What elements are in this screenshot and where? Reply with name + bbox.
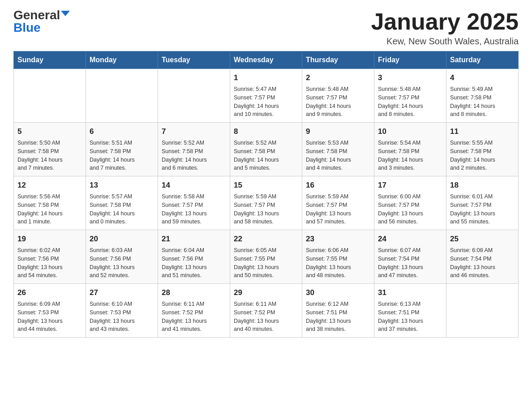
logo-blue: Blue [13, 21, 41, 34]
day-number-14: 14 [162, 180, 226, 191]
day-number-11: 11 [450, 126, 515, 137]
day-info-24: Sunrise: 6:07 AM Sunset: 7:54 PM Dayligh… [378, 247, 423, 279]
day-info-26: Sunrise: 6:09 AM Sunset: 7:53 PM Dayligh… [17, 301, 63, 333]
week-row-2: 5Sunrise: 5:50 AM Sunset: 7:58 PM Daylig… [14, 123, 519, 176]
day-info-17: Sunrise: 6:00 AM Sunset: 7:57 PM Dayligh… [378, 193, 423, 225]
day-cell-10: 10Sunrise: 5:54 AM Sunset: 7:58 PM Dayli… [374, 123, 446, 176]
empty-cell [14, 69, 86, 123]
day-number-2: 2 [306, 73, 370, 84]
day-info-16: Sunrise: 5:59 AM Sunset: 7:57 PM Dayligh… [306, 193, 351, 225]
week-row-1: 1Sunrise: 5:47 AM Sunset: 7:57 PM Daylig… [14, 69, 519, 123]
day-number-15: 15 [234, 180, 298, 191]
day-number-31: 31 [378, 287, 442, 299]
day-cell-21: 21Sunrise: 6:04 AM Sunset: 7:56 PM Dayli… [158, 230, 230, 284]
day-number-7: 7 [162, 126, 226, 137]
day-cell-23: 23Sunrise: 6:06 AM Sunset: 7:55 PM Dayli… [302, 230, 374, 284]
day-cell-15: 15Sunrise: 5:59 AM Sunset: 7:57 PM Dayli… [230, 176, 302, 230]
day-number-5: 5 [17, 126, 82, 137]
day-info-20: Sunrise: 6:03 AM Sunset: 7:56 PM Dayligh… [90, 247, 135, 279]
day-number-12: 12 [17, 180, 82, 191]
day-number-26: 26 [17, 287, 82, 299]
day-info-30: Sunrise: 6:12 AM Sunset: 7:51 PM Dayligh… [306, 301, 351, 333]
day-cell-29: 29Sunrise: 6:11 AM Sunset: 7:52 PM Dayli… [230, 284, 302, 338]
header-sunday: Sunday [14, 51, 86, 69]
day-cell-25: 25Sunrise: 6:08 AM Sunset: 7:54 PM Dayli… [446, 230, 519, 284]
day-number-24: 24 [378, 234, 442, 245]
day-info-8: Sunrise: 5:52 AM Sunset: 7:58 PM Dayligh… [234, 140, 279, 171]
day-info-29: Sunrise: 6:11 AM Sunset: 7:52 PM Dayligh… [234, 301, 279, 333]
day-info-25: Sunrise: 6:08 AM Sunset: 7:54 PM Dayligh… [450, 247, 495, 279]
week-row-3: 12Sunrise: 5:56 AM Sunset: 7:58 PM Dayli… [14, 176, 519, 230]
day-info-9: Sunrise: 5:53 AM Sunset: 7:58 PM Dayligh… [306, 140, 351, 171]
day-number-10: 10 [378, 126, 442, 137]
day-number-21: 21 [162, 234, 226, 245]
day-info-13: Sunrise: 5:57 AM Sunset: 7:58 PM Dayligh… [90, 193, 135, 225]
day-number-13: 13 [90, 180, 154, 191]
day-number-16: 16 [306, 180, 370, 191]
empty-cell [446, 284, 519, 338]
header-thursday: Thursday [302, 51, 374, 69]
location-title: Kew, New South Wales, Australia [371, 36, 519, 47]
day-cell-9: 9Sunrise: 5:53 AM Sunset: 7:58 PM Daylig… [302, 123, 374, 176]
day-info-10: Sunrise: 5:54 AM Sunset: 7:58 PM Dayligh… [378, 140, 423, 171]
header-wednesday: Wednesday [230, 51, 302, 69]
day-number-25: 25 [450, 234, 515, 245]
header-friday: Friday [374, 51, 446, 69]
day-number-18: 18 [450, 180, 515, 191]
day-cell-3: 3Sunrise: 5:48 AM Sunset: 7:57 PM Daylig… [374, 69, 446, 123]
day-info-5: Sunrise: 5:50 AM Sunset: 7:58 PM Dayligh… [17, 140, 63, 171]
day-info-15: Sunrise: 5:59 AM Sunset: 7:57 PM Dayligh… [234, 193, 279, 225]
day-number-22: 22 [234, 234, 298, 245]
day-cell-31: 31Sunrise: 6:13 AM Sunset: 7:51 PM Dayli… [374, 284, 446, 338]
day-info-3: Sunrise: 5:48 AM Sunset: 7:57 PM Dayligh… [378, 86, 423, 118]
day-info-19: Sunrise: 6:02 AM Sunset: 7:56 PM Dayligh… [17, 247, 63, 279]
day-number-1: 1 [234, 73, 298, 84]
day-cell-5: 5Sunrise: 5:50 AM Sunset: 7:58 PM Daylig… [14, 123, 86, 176]
day-info-14: Sunrise: 5:58 AM Sunset: 7:57 PM Dayligh… [162, 193, 207, 225]
day-cell-17: 17Sunrise: 6:00 AM Sunset: 7:57 PM Dayli… [374, 176, 446, 230]
day-cell-12: 12Sunrise: 5:56 AM Sunset: 7:58 PM Dayli… [14, 176, 86, 230]
week-row-4: 19Sunrise: 6:02 AM Sunset: 7:56 PM Dayli… [14, 230, 519, 284]
week-row-5: 26Sunrise: 6:09 AM Sunset: 7:53 PM Dayli… [14, 284, 519, 338]
day-info-11: Sunrise: 5:55 AM Sunset: 7:58 PM Dayligh… [450, 140, 495, 171]
day-info-27: Sunrise: 6:10 AM Sunset: 7:53 PM Dayligh… [90, 301, 135, 333]
day-info-7: Sunrise: 5:52 AM Sunset: 7:58 PM Dayligh… [162, 140, 207, 171]
day-cell-22: 22Sunrise: 6:05 AM Sunset: 7:55 PM Dayli… [230, 230, 302, 284]
logo-arrow-icon [61, 11, 70, 16]
title-block: January 2025 Kew, New South Wales, Austr… [371, 9, 519, 47]
day-cell-28: 28Sunrise: 6:11 AM Sunset: 7:52 PM Dayli… [158, 284, 230, 338]
header-tuesday: Tuesday [158, 51, 230, 69]
day-cell-8: 8Sunrise: 5:52 AM Sunset: 7:58 PM Daylig… [230, 123, 302, 176]
day-number-23: 23 [306, 234, 370, 245]
day-number-27: 27 [90, 287, 154, 299]
month-title: January 2025 [371, 9, 519, 34]
day-cell-27: 27Sunrise: 6:10 AM Sunset: 7:53 PM Dayli… [86, 284, 158, 338]
day-number-20: 20 [90, 234, 154, 245]
day-cell-14: 14Sunrise: 5:58 AM Sunset: 7:57 PM Dayli… [158, 176, 230, 230]
day-info-28: Sunrise: 6:11 AM Sunset: 7:52 PM Dayligh… [162, 301, 207, 333]
day-number-3: 3 [378, 73, 442, 84]
day-cell-1: 1Sunrise: 5:47 AM Sunset: 7:57 PM Daylig… [230, 69, 302, 123]
day-cell-4: 4Sunrise: 5:49 AM Sunset: 7:58 PM Daylig… [446, 69, 519, 123]
day-cell-6: 6Sunrise: 5:51 AM Sunset: 7:58 PM Daylig… [86, 123, 158, 176]
day-cell-18: 18Sunrise: 6:01 AM Sunset: 7:57 PM Dayli… [446, 176, 519, 230]
day-info-31: Sunrise: 6:13 AM Sunset: 7:51 PM Dayligh… [378, 301, 423, 333]
day-cell-13: 13Sunrise: 5:57 AM Sunset: 7:58 PM Dayli… [86, 176, 158, 230]
empty-cell [86, 69, 158, 123]
day-info-23: Sunrise: 6:06 AM Sunset: 7:55 PM Dayligh… [306, 247, 351, 279]
day-number-9: 9 [306, 126, 370, 137]
day-cell-16: 16Sunrise: 5:59 AM Sunset: 7:57 PM Dayli… [302, 176, 374, 230]
day-info-6: Sunrise: 5:51 AM Sunset: 7:58 PM Dayligh… [90, 140, 135, 171]
empty-cell [158, 69, 230, 123]
day-number-4: 4 [450, 73, 515, 84]
day-number-19: 19 [17, 234, 82, 245]
calendar-header-row: SundayMondayTuesdayWednesdayThursdayFrid… [14, 51, 519, 69]
header-monday: Monday [86, 51, 158, 69]
day-info-1: Sunrise: 5:47 AM Sunset: 7:57 PM Dayligh… [234, 86, 279, 118]
day-number-8: 8 [234, 126, 298, 137]
day-info-18: Sunrise: 6:01 AM Sunset: 7:57 PM Dayligh… [450, 193, 495, 225]
logo: General Blue [13, 9, 70, 34]
day-info-22: Sunrise: 6:05 AM Sunset: 7:55 PM Dayligh… [234, 247, 279, 279]
page-header: General Blue January 2025 Kew, New South… [13, 9, 519, 47]
day-number-6: 6 [90, 126, 154, 137]
